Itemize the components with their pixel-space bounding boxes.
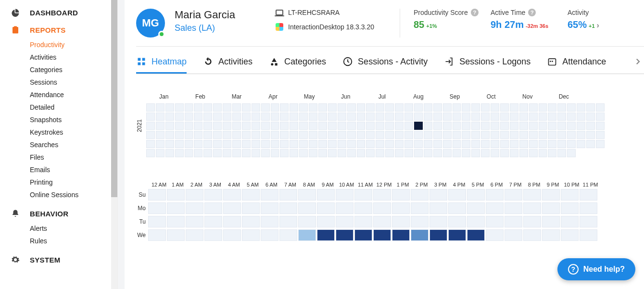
year-cell[interactable] xyxy=(539,131,547,139)
year-cell[interactable] xyxy=(471,103,480,112)
hour-cell[interactable] xyxy=(223,189,241,201)
year-cell[interactable] xyxy=(395,140,404,148)
sidebar-section-reports[interactable]: REPORTS xyxy=(0,21,117,38)
chevron-right-icon[interactable]: › xyxy=(597,21,599,30)
year-cell[interactable] xyxy=(596,149,605,157)
hour-cell[interactable] xyxy=(279,189,297,201)
hour-cell[interactable] xyxy=(354,229,372,241)
year-cell[interactable] xyxy=(280,122,289,130)
year-cell[interactable] xyxy=(586,122,595,130)
sidebar-item-printing[interactable]: Printing xyxy=(30,176,117,188)
year-cell[interactable] xyxy=(424,122,432,130)
year-cell[interactable] xyxy=(519,131,528,139)
year-cell[interactable] xyxy=(318,113,327,121)
year-cell[interactable] xyxy=(577,131,585,139)
hour-cell[interactable] xyxy=(373,189,391,201)
year-cell[interactable] xyxy=(261,103,270,112)
hour-cell[interactable] xyxy=(279,216,297,227)
year-cell[interactable] xyxy=(146,131,155,139)
year-cell[interactable] xyxy=(194,103,202,112)
year-cell[interactable] xyxy=(567,140,576,148)
year-cell[interactable] xyxy=(290,140,298,148)
hour-cell[interactable] xyxy=(429,189,447,201)
hour-cell[interactable] xyxy=(261,216,278,227)
hour-cell[interactable] xyxy=(373,202,391,214)
year-cell[interactable] xyxy=(596,113,605,121)
tab-activities[interactable]: Activities xyxy=(203,56,253,74)
year-cell[interactable] xyxy=(491,103,499,112)
year-cell[interactable] xyxy=(453,149,461,157)
year-cell[interactable] xyxy=(156,113,164,121)
hour-cell[interactable] xyxy=(336,189,354,201)
year-cell[interactable] xyxy=(414,103,423,112)
sidebar-item-searches[interactable]: Searches xyxy=(30,138,117,151)
tab-categories[interactable]: Categories xyxy=(269,56,326,74)
hour-cell[interactable] xyxy=(167,229,185,241)
year-cell[interactable] xyxy=(453,122,461,130)
year-cell[interactable] xyxy=(376,131,384,139)
hour-cell[interactable] xyxy=(561,229,579,241)
year-cell[interactable] xyxy=(194,149,202,157)
hour-cell[interactable] xyxy=(317,202,335,214)
year-cell[interactable] xyxy=(194,140,202,148)
tab-sessions-logons[interactable]: Sessions - Logons xyxy=(444,56,530,74)
sidebar-item-sessions[interactable]: Sessions xyxy=(30,76,117,88)
hour-cell[interactable] xyxy=(242,189,260,201)
year-cell[interactable] xyxy=(223,122,231,130)
year-cell[interactable] xyxy=(318,140,327,148)
year-cell[interactable] xyxy=(586,140,595,148)
year-cell[interactable] xyxy=(146,103,155,112)
year-cell[interactable] xyxy=(404,103,413,112)
year-cell[interactable] xyxy=(567,131,576,139)
year-cell[interactable] xyxy=(146,113,155,121)
year-cell[interactable] xyxy=(596,122,605,130)
year-cell[interactable] xyxy=(567,113,576,121)
hour-cell[interactable] xyxy=(561,216,579,227)
year-cell[interactable] xyxy=(596,140,605,148)
tab-attendance[interactable]: Attendance xyxy=(547,56,606,74)
year-cell[interactable] xyxy=(404,113,413,121)
year-cell[interactable] xyxy=(280,149,289,157)
hour-cell[interactable] xyxy=(411,189,429,201)
year-cell[interactable] xyxy=(481,149,490,157)
year-cell[interactable] xyxy=(462,103,470,112)
hour-cell[interactable] xyxy=(242,202,260,214)
year-cell[interactable] xyxy=(242,113,251,121)
year-cell[interactable] xyxy=(309,103,317,112)
year-cell[interactable] xyxy=(213,131,222,139)
year-cell[interactable] xyxy=(252,103,260,112)
year-cell[interactable] xyxy=(318,131,327,139)
year-cell[interactable] xyxy=(203,131,212,139)
year-cell[interactable] xyxy=(261,149,270,157)
year-cell[interactable] xyxy=(510,149,518,157)
year-cell[interactable] xyxy=(519,149,528,157)
year-cell[interactable] xyxy=(395,131,404,139)
year-cell[interactable] xyxy=(424,103,432,112)
help-button[interactable]: ? Need help? xyxy=(557,258,635,280)
hour-cell[interactable] xyxy=(148,202,166,214)
year-cell[interactable] xyxy=(299,149,308,157)
year-cell[interactable] xyxy=(557,122,566,130)
hour-cell[interactable] xyxy=(429,202,447,214)
hour-cell[interactable] xyxy=(279,229,297,241)
year-cell[interactable] xyxy=(338,131,346,139)
year-cell[interactable] xyxy=(567,122,576,130)
year-cell[interactable] xyxy=(366,113,375,121)
hour-cell[interactable] xyxy=(523,202,541,214)
year-cell[interactable] xyxy=(548,140,556,148)
sidebar-section-system[interactable]: SYSTEM xyxy=(0,251,117,268)
year-cell[interactable] xyxy=(376,122,384,130)
year-cell[interactable] xyxy=(318,149,327,157)
year-cell[interactable] xyxy=(500,103,509,112)
hour-cell[interactable] xyxy=(542,229,560,241)
hour-cell[interactable] xyxy=(523,229,541,241)
year-cell[interactable] xyxy=(290,103,298,112)
year-cell[interactable] xyxy=(557,140,566,148)
year-cell[interactable] xyxy=(309,122,317,130)
year-cell[interactable] xyxy=(347,131,356,139)
year-cell[interactable] xyxy=(443,122,452,130)
year-cell[interactable] xyxy=(385,131,394,139)
hour-cell[interactable] xyxy=(523,216,541,227)
sidebar-scrollbar-track[interactable] xyxy=(111,0,117,289)
hour-cell[interactable] xyxy=(354,202,372,214)
